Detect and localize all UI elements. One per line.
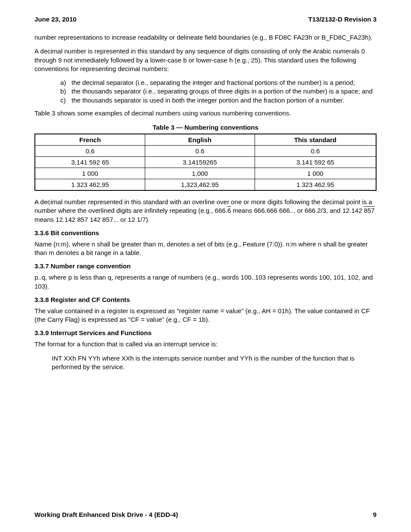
- overline-digit: 6: [227, 207, 231, 214]
- cell: 1 000: [35, 168, 145, 179]
- list-text: the decimal separator (i.e., separating …: [72, 78, 377, 87]
- cell: 3.141 592 65: [255, 157, 376, 168]
- overline-post: means 12.142 857 142 857... or 12 1/7).: [34, 216, 150, 223]
- cell: 3.14159265: [145, 157, 255, 168]
- overline-paragraph: A decimal number represented in this sta…: [34, 198, 377, 224]
- table-row: 0,6 0.6 0.6: [35, 146, 376, 157]
- cell: 1,000: [145, 168, 255, 179]
- overline-digit: 857: [364, 207, 375, 214]
- cell: 0.6: [255, 146, 376, 157]
- page-header: June 23, 2010 T13/2132-D Revision 3: [34, 16, 377, 23]
- header-doc-id: T13/2132-D Revision 3: [308, 16, 377, 23]
- cell: 1 323 462.95: [255, 179, 376, 191]
- cell: 0.6: [145, 146, 255, 157]
- list-marker: b): [60, 87, 72, 96]
- col-header-english: English: [145, 134, 255, 146]
- cell: 1 000: [255, 168, 376, 179]
- interrupt-format-paragraph: INT XXh FN YYh where XXh is the interrup…: [34, 354, 377, 372]
- section-paragraph: Name (n:m), where n shall be greater tha…: [34, 240, 377, 258]
- section-paragraph: The value contained in a register is exp…: [34, 307, 377, 324]
- list-marker: c): [60, 96, 72, 105]
- header-date: June 23, 2010: [34, 16, 77, 23]
- table-row: French English This standard: [35, 134, 376, 146]
- section-paragraph: The format for a function that is called…: [34, 340, 377, 348]
- col-header-standard: This standard: [255, 134, 376, 146]
- section-heading: 3.3.9 Interrupt Services and Functions: [34, 329, 377, 336]
- list-marker: a): [60, 78, 72, 87]
- page-footer: Working Draft Enhanced Disk Drive - 4 (E…: [34, 511, 377, 518]
- page: June 23, 2010 T13/2132-D Revision 3 numb…: [0, 0, 411, 532]
- section-heading: 3.3.8 Register and CF Contents: [34, 296, 377, 303]
- cell: 1 323 462,95: [35, 179, 145, 191]
- table-row: 1 323 462,95 1,323,462.95 1 323 462.95: [35, 179, 376, 191]
- table-caption: Table 3 — Numbering conventions: [34, 124, 377, 131]
- cell: 1,323,462.95: [145, 179, 255, 191]
- list-text: the thousands separator is used in both …: [72, 96, 377, 105]
- list-item: a) the decimal separator (i.e., separati…: [60, 78, 377, 87]
- page-content: number representations to increase reada…: [34, 33, 377, 376]
- decimal-intro-paragraph: A decimal number is represented in this …: [34, 47, 377, 73]
- section-heading: 3.3.7 Number range convention: [34, 262, 377, 270]
- list-item: b) the thousands separator (i.e., separa…: [60, 87, 377, 96]
- table-row: 3,141 592 65 3.14159265 3.141 592 65: [35, 157, 376, 168]
- table-lead-paragraph: Table 3 shows some examples of decimal n…: [34, 109, 377, 118]
- section-paragraph: p..q, where p is less than q, represents…: [34, 273, 377, 291]
- cell: 0,6: [35, 146, 145, 157]
- list-text: the thousands separator (i.e., separatin…: [72, 87, 377, 96]
- section-heading: 3.3.6 Bit conventions: [34, 229, 377, 236]
- table-row: 1 000 1,000 1 000: [35, 168, 376, 179]
- footer-title: Working Draft Enhanced Disk Drive - 4 (E…: [34, 511, 178, 518]
- numbering-conventions-table: French English This standard 0,6 0.6 0.6…: [34, 134, 377, 191]
- overline-mid: means 666.666 666... or 666 2/3, and 12.…: [231, 207, 364, 214]
- intro-paragraph: number representations to increase reada…: [34, 33, 377, 42]
- conventions-list: a) the decimal separator (i.e., separati…: [34, 78, 377, 105]
- cell: 3,141 592 65: [35, 157, 145, 168]
- col-header-french: French: [35, 134, 145, 146]
- footer-page-number: 9: [373, 511, 377, 518]
- list-item: c) the thousands separator is used in bo…: [60, 96, 377, 105]
